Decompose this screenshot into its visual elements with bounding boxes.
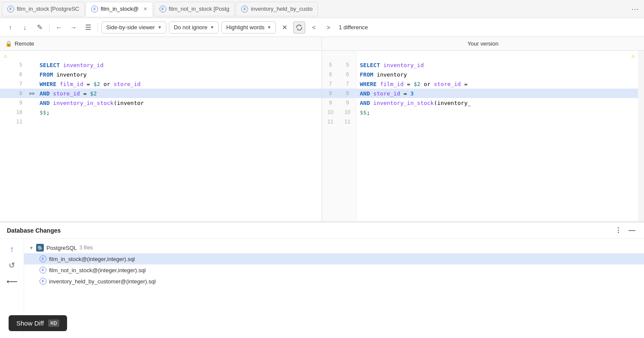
ignore-chevron-icon: ▼	[210, 25, 214, 30]
tabs-more-button[interactable]: ⋯	[628, 4, 642, 14]
pull-action-button[interactable]: ⟵	[6, 276, 18, 288]
ignore-dropdown[interactable]: Do not ignore ▼	[169, 22, 219, 34]
highlight-chevron-icon: ▼	[267, 25, 271, 30]
more-options-button[interactable]: ⋮	[613, 225, 623, 235]
center-line-nums: 55 66 77 88 99 1010 1111	[322, 51, 356, 221]
tab-film-in-stock-pg[interactable]: F film_in_stock [PostgreSC	[2, 2, 85, 16]
push-action-button[interactable]: ↑	[6, 243, 18, 255]
diff-line-right-11	[356, 117, 644, 126]
line-content-right-9: AND inventory_in_stock(inventory_	[358, 100, 644, 106]
line-content-right-6: FROM inventory	[358, 71, 644, 78]
bottom-panel: Database Changes ⋮ — ↑ ↺ ⟵ › ▼ 🐘 Postgre…	[0, 222, 644, 338]
line-num-left-7: 7	[10, 81, 26, 87]
diff-line-left-7: 7 WHERE film_id = $2 or store_id	[0, 79, 322, 89]
postgresql-icon: 🐘	[36, 244, 44, 252]
tooltip-kbd: ⌘D	[48, 320, 59, 327]
highlight-label: Highlight words	[226, 24, 264, 31]
back-button[interactable]: ←	[53, 22, 65, 34]
scroll-down-button[interactable]: ↓	[19, 22, 31, 34]
right-scrollbar[interactable]	[638, 51, 644, 221]
line-content-left-6: FROM inventory	[38, 71, 322, 78]
toolbar-divider-1	[49, 23, 49, 32]
tab-close-button[interactable]: ✕	[143, 6, 147, 12]
file-label-1: film_in_stock@(integer,integer).sql	[49, 256, 135, 262]
bottom-panel-body: ↑ ↺ ⟵ › ▼ 🐘 PostgreSQL 3 files F film_in…	[0, 239, 644, 338]
tooltip-label: Show Diff	[16, 320, 44, 327]
tree-file-film-not-in-stock[interactable]: F film_not_in_stock@(integer,integer).sq…	[24, 264, 644, 276]
diff-line-right-7: WHERE film_id = $2 or store_id =	[356, 79, 644, 89]
lock-icon: 🔒	[5, 40, 12, 47]
diff-line-right-8: AND store_id = 3	[356, 89, 644, 98]
diff-body: ⚠ 5 SELECT inventory_id 6 FROM inventory…	[0, 51, 644, 221]
center-line-7: 77	[322, 79, 356, 89]
group-label: PostgreSQL	[46, 245, 77, 251]
highlight-dropdown[interactable]: Highlight words ▼	[221, 22, 276, 34]
bottom-panel-title: Database Changes	[7, 227, 61, 234]
diff-line-left-8: 8 >> AND store_id = $2	[0, 89, 322, 98]
line-content-left-8: AND store_id = $2	[38, 90, 322, 97]
edit-button[interactable]: ✎	[34, 22, 46, 34]
center-line-6: 66	[322, 70, 356, 79]
sync-icon	[296, 24, 303, 31]
diff-line-right-9: AND inventory_in_stock(inventory_	[356, 98, 644, 108]
sync-button[interactable]	[293, 22, 305, 34]
line-content-left-9: AND inventory_in_stock(inventor	[38, 100, 322, 106]
close-diff-button[interactable]: ✕	[279, 22, 291, 34]
tab-film-in-stock-active[interactable]: F film_in_stock@ ✕	[86, 2, 153, 16]
diff-count-label: 1 difference	[339, 24, 368, 31]
diff-line-right-10: $$;	[356, 108, 644, 117]
line-content-left-10: $$;	[38, 109, 322, 116]
diff-line-right-5: SELECT inventory_id	[356, 60, 644, 70]
center-line-9: 99	[322, 98, 356, 108]
line-content-right-7: WHERE film_id = $2 or store_id =	[358, 81, 644, 87]
diff-line-right-warn: ⚠	[356, 51, 644, 60]
center-line-5: 55	[322, 60, 356, 70]
list-view-button[interactable]: ☰	[82, 22, 94, 34]
diff-line-left-5: 5 SELECT inventory_id	[0, 60, 322, 70]
file-label-2: film_not_in_stock@(integer,integer).sql	[49, 267, 146, 273]
tree-file-inventory-held[interactable]: F inventory_held_by_customer@(integer).s…	[24, 276, 644, 287]
group-chevron-icon: ▼	[29, 246, 34, 250]
line-content-right-5: SELECT inventory_id	[358, 62, 644, 68]
line-gutter-left-8: >>	[26, 91, 38, 96]
center-line-10: 1010	[322, 108, 356, 117]
file-f-icon-2: F	[40, 267, 46, 273]
revert-action-button[interactable]: ↺	[6, 259, 18, 271]
group-count-badge: 3 files	[80, 245, 93, 251]
viewer-chevron-icon: ▼	[157, 25, 162, 30]
line-content-right-10: $$;	[358, 109, 644, 116]
diff-header: 🔒 Remote Your version	[0, 37, 644, 51]
ignore-label: Do not ignore	[174, 24, 207, 31]
tab-label-4: inventory_held_by_custo	[251, 6, 313, 12]
center-line-8: 88	[322, 89, 356, 98]
diff-line-left-warn: ⚠	[0, 51, 322, 60]
tab-inventory-held[interactable]: F inventory_held_by_custo	[236, 2, 318, 16]
scroll-up-button[interactable]: ↑	[4, 22, 16, 34]
bottom-panel-actions: ⋮ —	[613, 225, 637, 235]
file-label-3: inventory_held_by_customer@(integer).sql	[49, 278, 156, 285]
line-num-left-9: 9	[10, 100, 26, 106]
diff-line-left-10: 10 $$;	[0, 108, 322, 117]
diff-header-right: Your version	[322, 37, 644, 50]
tab-label-1: film_in_stock [PostgreSC	[17, 6, 79, 12]
forward-button[interactable]: →	[67, 22, 80, 34]
tab-label-2: film_in_stock@	[101, 6, 138, 12]
center-line-11: 1111	[322, 117, 356, 126]
tab-film-not-in-stock[interactable]: F film_not_in_stock [Postg	[154, 2, 235, 16]
next-diff-button[interactable]: >	[322, 22, 334, 34]
prev-diff-button[interactable]: <	[308, 22, 320, 34]
tab-bar: F film_in_stock [PostgreSC F film_in_sto…	[0, 0, 644, 18]
line-num-left-8: 8	[10, 90, 26, 96]
viewer-dropdown[interactable]: Side-by-side viewer ▼	[101, 22, 166, 34]
tree-group-postgresql[interactable]: ▼ 🐘 PostgreSQL 3 files	[24, 242, 644, 253]
diff-line-left-9: 9 AND inventory_in_stock(inventor	[0, 98, 322, 108]
collapse-button[interactable]: —	[627, 226, 637, 235]
line-num-left-11: 11	[10, 119, 26, 125]
line-num-left-6: 6	[10, 71, 26, 77]
toolbar: ↑ ↓ ✎ ← → ☰ Side-by-side viewer ▼ Do not…	[0, 18, 644, 37]
toolbar-divider-2	[98, 23, 98, 32]
diff-line-left-11: 11	[0, 117, 322, 126]
tab-label-3: film_not_in_stock [Postg	[169, 6, 230, 12]
warn-icon-right: ⚠	[632, 52, 635, 59]
tree-file-film-in-stock[interactable]: F film_in_stock@(integer,integer).sql	[24, 253, 644, 264]
